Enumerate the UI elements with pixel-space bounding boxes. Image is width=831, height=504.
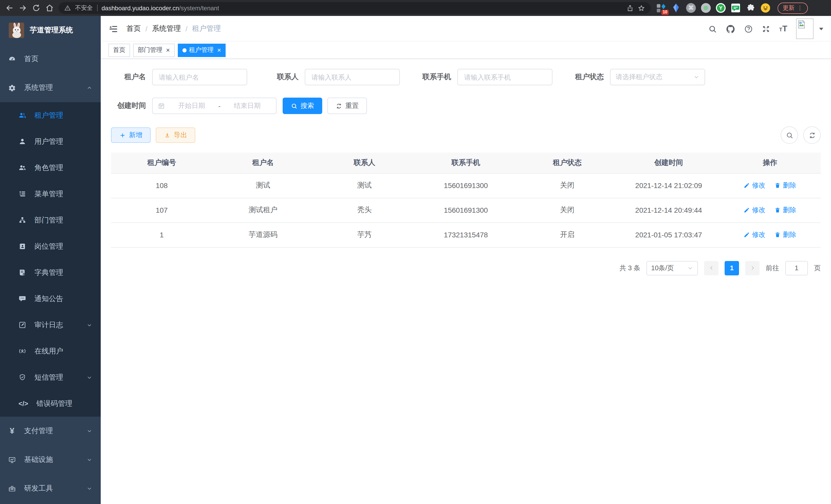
font-size-icon[interactable]: TT <box>779 25 787 33</box>
security-label[interactable]: 不安全 <box>75 4 93 12</box>
extension-chat-icon[interactable] <box>731 3 741 13</box>
export-button[interactable]: 导出 <box>156 127 195 143</box>
browser-reload-icon[interactable] <box>32 4 40 12</box>
date-end-placeholder: 结束日期 <box>224 101 271 111</box>
app-logo[interactable]: 芋道管理系统 <box>0 16 101 45</box>
date-range-picker[interactable]: 开始日期 - 结束日期 <box>152 98 277 114</box>
sidebar-item-menu[interactable]: 菜单管理 <box>0 181 101 207</box>
extension-kite-icon[interactable] <box>671 3 681 13</box>
profile-avatar-icon[interactable] <box>761 3 770 13</box>
tab-close-icon[interactable]: × <box>166 47 170 53</box>
sidebar-item-error-code[interactable]: </> 错误码管理 <box>0 390 101 417</box>
chevron-down-icon <box>693 74 699 80</box>
sidebar-item-tenant[interactable]: 租户管理 <box>0 102 101 128</box>
fullscreen-icon[interactable] <box>762 24 770 33</box>
extension-recorder-icon[interactable] <box>701 3 711 13</box>
header-search-icon[interactable] <box>708 24 717 33</box>
address-bar[interactable]: 不安全 dashboard.yudao.iocoder.cn/system/te… <box>59 2 651 14</box>
page-number-1[interactable]: 1 <box>725 261 739 275</box>
sidebar-item-home[interactable]: 首页 <box>0 45 101 73</box>
help-icon[interactable] <box>744 24 753 33</box>
bookmark-star-icon[interactable] <box>638 4 645 11</box>
extension-y-icon[interactable]: Y <box>716 3 726 13</box>
sidebar-item-user[interactable]: 用户管理 <box>0 128 101 155</box>
delete-link[interactable]: 删除 <box>775 230 796 239</box>
page-size-select[interactable]: 10条/页 <box>647 261 698 275</box>
sidebar-item-label: 首页 <box>24 55 38 64</box>
sidebar-item-online-user[interactable]: 在线用户 <box>0 338 101 364</box>
url-text[interactable]: dashboard.yudao.iocoder.cn/system/tenant <box>102 4 219 11</box>
cell-actions: 修改 删除 <box>719 173 821 198</box>
edit-pencil-icon <box>744 207 750 213</box>
tab-home[interactable]: 首页 <box>109 43 130 57</box>
cell-status: 开启 <box>516 223 618 247</box>
browser-update-menu-button[interactable]: 更新 ⋮ <box>778 2 808 13</box>
extensions-puzzle-icon[interactable] <box>746 3 755 13</box>
extension-grid-icon[interactable]: 10 <box>656 3 666 13</box>
sidebar-toggle-icon[interactable] <box>109 24 118 34</box>
sidebar-item-dept[interactable]: 部门管理 <box>0 207 101 233</box>
edit-pencil-icon <box>744 182 750 188</box>
reset-button[interactable]: 重置 <box>327 98 367 114</box>
chevron-down-icon <box>86 322 92 328</box>
delete-link[interactable]: 删除 <box>775 181 796 190</box>
sidebar-item-role[interactable]: 角色管理 <box>0 155 101 181</box>
sidebar-item-dict[interactable]: 字典管理 <box>0 260 101 286</box>
share-icon[interactable] <box>627 4 634 11</box>
cell-status: 关闭 <box>516 198 618 223</box>
sidebar-item-label: 部门管理 <box>34 215 63 225</box>
tenant-name-input[interactable] <box>152 69 247 85</box>
refresh-table-button[interactable] <box>803 126 821 144</box>
browser-home-icon[interactable] <box>45 4 54 12</box>
sidebar-item-label: 角色管理 <box>34 163 63 172</box>
tab-close-icon[interactable]: × <box>217 47 221 53</box>
search-icon <box>291 102 297 109</box>
browser-back-icon[interactable] <box>5 4 14 12</box>
tab-dept[interactable]: 部门管理 × <box>133 43 174 57</box>
not-secure-warning-icon[interactable] <box>64 5 71 11</box>
chevron-down-icon <box>687 265 693 271</box>
sidebar-item-audit-log[interactable]: 审计日志 <box>0 312 101 338</box>
post-badge-icon <box>19 242 26 250</box>
mobile-input[interactable] <box>457 69 552 85</box>
edit-link[interactable]: 修改 <box>744 181 766 190</box>
sidebar-item-payment[interactable]: ¥ 支付管理 <box>0 417 101 445</box>
create-time-label: 创建时间 <box>111 101 146 111</box>
cell-tenant-id: 108 <box>111 173 212 198</box>
search-button[interactable]: 搜索 <box>283 98 322 114</box>
filter-row-2: 创建时间 开始日期 - 结束日期 搜索 <box>111 98 821 114</box>
tab-tenant[interactable]: 租户管理 × <box>177 43 226 57</box>
add-button[interactable]: 新增 <box>111 127 150 143</box>
breadcrumb-home[interactable]: 首页 <box>126 24 141 33</box>
pagination-total: 共 3 条 <box>620 263 640 272</box>
goto-page-input[interactable] <box>785 261 808 275</box>
avatar[interactable] <box>796 19 813 39</box>
github-icon[interactable] <box>726 24 736 34</box>
contact-input[interactable] <box>305 69 400 85</box>
tags-view: 首页 部门管理 × 租户管理 × <box>101 41 831 59</box>
status-label: 租户状态 <box>569 72 604 82</box>
show-search-button[interactable] <box>781 126 798 144</box>
col-mobile: 联系手机 <box>415 153 517 173</box>
page-unit-label: 页 <box>814 263 821 272</box>
system-submenu: 租户管理 用户管理 角色管理 <box>0 102 101 417</box>
browser-forward-icon[interactable] <box>19 4 27 12</box>
delete-link[interactable]: 删除 <box>775 206 796 215</box>
sidebar-item-label: 用户管理 <box>34 137 63 146</box>
edit-link[interactable]: 修改 <box>744 206 766 215</box>
sidebar-item-notice[interactable]: 通知公告 <box>0 286 101 312</box>
extension-command-icon[interactable]: ⌘ <box>686 3 696 13</box>
sidebar-item-devtools[interactable]: 研发工具 <box>0 474 101 503</box>
cell-mobile: 15601691300 <box>415 173 517 198</box>
sidebar-item-post[interactable]: 岗位管理 <box>0 233 101 260</box>
sidebar-item-sms[interactable]: 短信管理 <box>0 364 101 390</box>
prev-page-button[interactable] <box>704 261 718 275</box>
sidebar-item-system[interactable]: 系统管理 <box>0 73 101 102</box>
edit-link[interactable]: 修改 <box>744 230 766 239</box>
error-code-icon: </> <box>19 400 28 407</box>
next-page-button[interactable] <box>745 261 760 275</box>
status-select[interactable]: 请选择租户状态 <box>610 69 705 85</box>
avatar-caret-icon[interactable] <box>819 28 823 30</box>
col-actions: 操作 <box>719 153 821 173</box>
sidebar-item-infrastructure[interactable]: 基础设施 <box>0 445 101 474</box>
